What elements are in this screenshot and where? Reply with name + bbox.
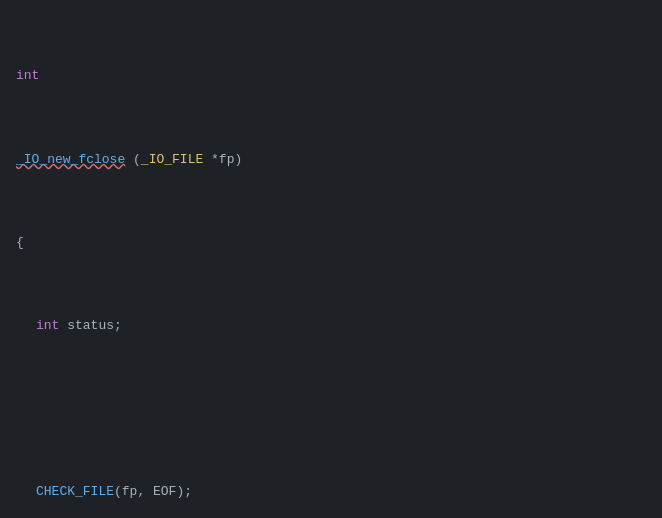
token-type: _IO_FILE <box>141 150 203 171</box>
code-line-3: { <box>0 233 662 254</box>
token-semi: ; <box>114 316 122 337</box>
token-param: fp <box>219 150 235 171</box>
token-space <box>59 316 67 337</box>
token-brace: { <box>16 233 24 254</box>
token-keyword-int: int <box>36 316 59 337</box>
code-editor: int _IO_new_fclose (_IO_FILE *fp) { int … <box>0 0 662 518</box>
code-line-2: _IO_new_fclose (_IO_FILE *fp) <box>0 150 662 171</box>
token-paren: ( <box>125 150 141 171</box>
token-keyword: int <box>16 66 39 87</box>
token-function: _IO_new_fclose <box>16 150 125 171</box>
token-close-paren: ) <box>234 150 242 171</box>
code-line-4: int status; <box>0 316 662 337</box>
token-plain: * <box>203 150 219 171</box>
code-line-6: CHECK_FILE(fp, EOF); <box>0 482 662 503</box>
code-line-5 <box>0 399 662 419</box>
token-paren2: (fp, EOF); <box>114 482 192 503</box>
token-var-status: status <box>67 316 114 337</box>
token-check-file: CHECK_FILE <box>36 482 114 503</box>
code-line-1: int <box>0 66 662 87</box>
